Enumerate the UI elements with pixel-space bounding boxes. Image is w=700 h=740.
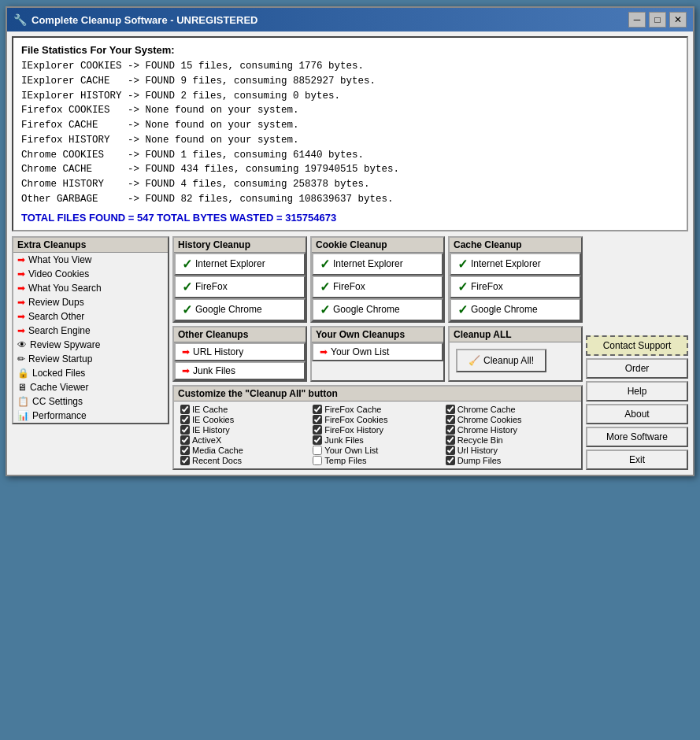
check-item-button[interactable]: ✓FireFox (450, 276, 581, 298)
customize-item: Recent Docs (180, 456, 309, 465)
item-label: Review Startup (28, 353, 92, 364)
item-label: Review Spyware (30, 339, 100, 350)
right-button[interactable]: About (586, 404, 688, 424)
item-label: What You Search (28, 283, 102, 294)
stats-line: Chrome HISTORY -> FOUND 4 files, consumi… (21, 177, 679, 192)
arrow-icon: ➡ (182, 346, 190, 357)
customize-checkbox[interactable] (180, 415, 190, 424)
check-item-label: FireFox (471, 281, 503, 292)
customize-label: Chrome Cache (457, 405, 516, 414)
extra-cleanup-item[interactable]: ➡Video Cookies (13, 267, 168, 281)
other-cleanups-panel: Other Cleanups ➡URL History➡Junk Files (172, 326, 307, 382)
customize-item: FireFox Cookies (313, 415, 442, 424)
customize-item: Dump Files (446, 456, 575, 465)
customize-checkbox[interactable] (313, 425, 322, 435)
extra-cleanup-item[interactable]: ➡Search Engine (13, 324, 168, 338)
cookie-items: ✓Internet Explorer✓FireFox✓Google Chrome (312, 253, 443, 321)
customize-item: Url History (446, 446, 575, 455)
item-label: Video Cookies (28, 268, 89, 279)
other-cleanup-item[interactable]: ➡Junk Files (174, 361, 306, 380)
extra-cleanup-item[interactable]: 📊Performance (13, 409, 168, 423)
check-item-button[interactable]: ✓Google Chrome (312, 298, 443, 321)
extra-cleanup-item[interactable]: ➡What You Search (13, 281, 168, 295)
customize-item: IE Cookies (180, 415, 309, 424)
customize-item: FireFox Cache (313, 405, 442, 414)
extra-cleanups-title: Extra Cleanups (13, 238, 168, 253)
minimize-button[interactable]: ─ (628, 12, 646, 28)
customize-item: FireFox History (313, 425, 442, 435)
item-icon: ➡ (17, 311, 25, 322)
customize-label: FireFox Cache (324, 405, 381, 414)
item-label: Cache Viewer (30, 382, 88, 393)
your-own-items: ➡Your Own List (312, 342, 443, 361)
customize-checkbox[interactable] (313, 446, 322, 455)
customize-checkbox[interactable] (446, 415, 455, 424)
stats-line: Chrome COOKIES -> FOUND 1 files, consumi… (21, 148, 679, 163)
customize-checkbox[interactable] (180, 435, 190, 445)
cache-cleanup-title: Cache Cleanup (450, 238, 581, 253)
check-item-button[interactable]: ✓Google Chrome (174, 298, 306, 321)
extra-cleanup-item[interactable]: 📋CC Settings (13, 394, 168, 409)
customize-item: Chrome Cache (446, 405, 575, 414)
customize-checkbox[interactable] (446, 435, 455, 445)
item-icon: 📊 (17, 410, 29, 421)
extra-cleanup-item[interactable]: 🖥Cache Viewer (13, 380, 168, 394)
customize-item: IE History (180, 425, 309, 435)
customize-label: IE History (192, 425, 230, 435)
check-item-button[interactable]: ✓FireFox (312, 276, 443, 298)
check-item-button[interactable]: ✓Internet Explorer (450, 253, 581, 276)
customize-checkbox[interactable] (313, 415, 322, 424)
check-item-button[interactable]: ✓Internet Explorer (312, 253, 443, 276)
extra-cleanups-panel: Extra Cleanups ➡What You View➡Video Cook… (12, 236, 169, 424)
check-item-button[interactable]: ✓Internet Explorer (174, 253, 306, 276)
item-icon: ➡ (17, 283, 25, 294)
checkmark-icon: ✓ (320, 302, 330, 317)
customize-checkbox[interactable] (180, 405, 190, 414)
customize-checkbox[interactable] (180, 425, 190, 435)
cleanup-all-label: Cleanup All! (483, 355, 534, 366)
extra-cleanup-item[interactable]: ➡What You View (13, 253, 168, 267)
customize-label: Dump Files (457, 456, 502, 465)
history-cleanup-title: History Cleanup (174, 238, 306, 253)
customize-checkbox[interactable] (446, 425, 455, 435)
check-item-button[interactable]: ✓Google Chrome (450, 298, 581, 321)
customize-item: Recycle Bin (446, 435, 575, 445)
customize-checkbox[interactable] (313, 435, 322, 445)
extra-cleanup-item[interactable]: ➡Search Other (13, 309, 168, 324)
right-button[interactable]: Contact Support (586, 335, 688, 356)
checkmark-icon: ✓ (182, 257, 192, 272)
customize-checkbox[interactable] (180, 456, 190, 465)
cleanup-all-button[interactable]: 🧹 Cleanup All! (456, 349, 546, 372)
cookie-cleanup-title: Cookie Cleanup (312, 238, 443, 253)
customize-checkbox[interactable] (446, 456, 455, 465)
other-cleanup-item[interactable]: ➡URL History (174, 342, 306, 361)
right-button[interactable]: Help (586, 381, 688, 401)
customize-checkbox[interactable] (446, 405, 455, 414)
right-button[interactable]: Order (586, 358, 688, 379)
maximize-button[interactable]: □ (649, 12, 666, 28)
customize-label: Chrome Cookies (457, 415, 522, 424)
close-button[interactable]: ✕ (669, 12, 687, 28)
customize-checkbox[interactable] (313, 405, 322, 414)
right-button[interactable]: Exit (586, 450, 688, 470)
customize-item: IE Cache (180, 405, 309, 414)
other-item-label: Junk Files (193, 365, 235, 376)
your-own-item[interactable]: ➡Your Own List (312, 342, 443, 361)
extra-cleanup-item[interactable]: ➡Review Dups (13, 295, 168, 309)
left-panel: Extra Cleanups ➡What You View➡Video Cook… (12, 236, 169, 470)
extra-cleanup-item[interactable]: ✏Review Startup (13, 352, 168, 366)
check-item-button[interactable]: ✓FireFox (174, 276, 306, 298)
stats-line: Firefox COOKIES -> None found on your sy… (21, 103, 679, 118)
customize-checkbox[interactable] (446, 446, 455, 455)
stats-line: Other GARBAGE -> FOUND 82 files, consumi… (21, 192, 679, 207)
cleanup-all-panel: Cleanup ALL 🧹 Cleanup All! (448, 326, 583, 382)
customize-checkbox[interactable] (313, 456, 322, 465)
stats-line: IExplorer HISTORY -> FOUND 2 files, cons… (21, 89, 679, 104)
extra-cleanup-item[interactable]: 👁Review Spyware (13, 338, 168, 352)
your-own-label: Your Own List (331, 346, 389, 357)
extra-cleanups-items: ➡What You View➡Video Cookies➡What You Se… (13, 253, 168, 423)
customize-checkbox[interactable] (180, 446, 190, 455)
right-button[interactable]: More Software (586, 427, 688, 447)
customize-label: FireFox History (324, 425, 383, 435)
extra-cleanup-item[interactable]: 🔒Locked Files (13, 366, 168, 380)
